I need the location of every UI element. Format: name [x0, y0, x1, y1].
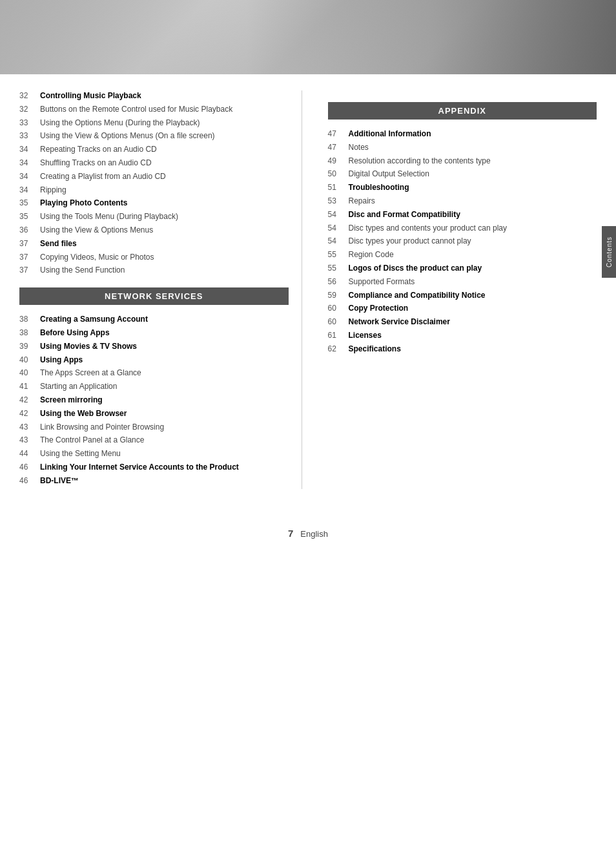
list-item: 53Repairs	[328, 196, 597, 207]
toc-page-number: 49	[328, 156, 349, 167]
toc-title: Digital Output Selection	[349, 169, 429, 180]
toc-page-number: 37	[19, 238, 40, 249]
list-item: 42Screen mirroring	[19, 395, 289, 406]
toc-page-number: 53	[328, 196, 349, 207]
toc-page-number: 34	[19, 185, 40, 196]
toc-title: Supported Formats	[349, 276, 415, 287]
toc-title: Using the Web Browser	[40, 408, 127, 419]
toc-title: Specifications	[349, 344, 401, 355]
toc-title: Using the Options Menu (During the Playb…	[40, 118, 200, 129]
list-item: 46BD-LIVE™	[19, 475, 289, 486]
toc-title: Playing Photo Contents	[40, 198, 127, 209]
toc-page-number: 60	[328, 317, 349, 328]
toc-title: Region Code	[349, 249, 394, 260]
toc-page-number: 47	[328, 142, 349, 153]
toc-page-number: 51	[328, 182, 349, 193]
language-label: English	[300, 529, 328, 539]
toc-title: Using the Setting Menu	[40, 448, 121, 459]
toc-page-number: 60	[328, 303, 349, 314]
toc-title: Notes	[349, 142, 369, 153]
toc-page-number: 43	[19, 435, 40, 446]
list-item: 38Before Using Apps	[19, 328, 289, 339]
toc-title: Controlling Music Playback	[40, 90, 141, 101]
list-item: 43Link Browsing and Pointer Browsing	[19, 422, 289, 433]
toc-page-number: 32	[19, 104, 40, 115]
toc-title: Disc and Format Compatibility	[349, 209, 460, 220]
toc-title: Licenses	[349, 330, 382, 341]
toc-page-number: 33	[19, 130, 40, 141]
list-item: 41Starting an Application	[19, 381, 289, 392]
toc-title: Send files	[40, 238, 77, 249]
toc-page-number: 32	[19, 90, 40, 101]
toc-title: Resolution according to the contents typ…	[349, 156, 491, 167]
list-item: 38Creating a Samsung Account	[19, 314, 289, 325]
toc-title: Using the Tools Menu (During Playback)	[40, 211, 178, 222]
list-item: 54Disc types and contents your product c…	[328, 223, 597, 234]
toc-title: Troubleshooting	[349, 182, 409, 193]
list-item: 47Additional Information	[328, 129, 597, 140]
toc-page-number: 34	[19, 144, 40, 155]
toc-page-number: 55	[328, 263, 349, 274]
toc-page-number: 61	[328, 330, 349, 341]
toc-title: Compliance and Compatibility Notice	[349, 290, 486, 301]
list-item: 55Region Code	[328, 249, 597, 260]
toc-page-number: 35	[19, 198, 40, 209]
list-item: 56Supported Formats	[328, 276, 597, 287]
page-footer: 7 English	[0, 515, 616, 548]
list-item: 55Logos of Discs the product can play	[328, 263, 597, 274]
toc-page-number: 34	[19, 158, 40, 169]
toc-page-number: 40	[19, 355, 40, 366]
list-item: 32Buttons on the Remote Control used for…	[19, 104, 289, 115]
list-item: 59Compliance and Compatibility Notice	[328, 290, 597, 301]
toc-title: Using the Send Function	[40, 265, 125, 276]
toc-title: Disc types your product cannot play	[349, 236, 471, 247]
list-item: 44Using the Setting Menu	[19, 448, 289, 459]
toc-group-network: 38Creating a Samsung Account38Before Usi…	[19, 314, 289, 486]
toc-page-number: 50	[328, 169, 349, 180]
toc-page-number: 54	[328, 209, 349, 220]
toc-page-number: 40	[19, 368, 40, 379]
toc-title: Shuffling Tracks on an Audio CD	[40, 158, 152, 169]
toc-group-music: 32Controlling Music Playback32Buttons on…	[19, 90, 289, 276]
list-item: 32Controlling Music Playback	[19, 90, 289, 101]
toc-title: Before Using Apps	[40, 328, 110, 339]
toc-page-number: 33	[19, 118, 40, 129]
toc-title: Using the View & Options Menus (On a fil…	[40, 130, 215, 141]
toc-title: Network Service Disclaimer	[349, 317, 450, 328]
list-item: 37Using the Send Function	[19, 265, 289, 276]
list-item: 60Copy Protection	[328, 303, 597, 314]
list-item: 62Specifications	[328, 344, 597, 355]
list-item: 47Notes	[328, 142, 597, 153]
toc-page-number: 41	[19, 381, 40, 392]
toc-page-number: 34	[19, 171, 40, 182]
toc-page-number: 38	[19, 328, 40, 339]
left-column: 32Controlling Music Playback32Buttons on…	[19, 90, 302, 489]
toc-page-number: 54	[328, 236, 349, 247]
toc-title: BD-LIVE™	[40, 475, 79, 486]
toc-page-number: 42	[19, 408, 40, 419]
network-services-header: NETWORK SERVICES	[19, 287, 289, 305]
list-item: 39Using Movies & TV Shows	[19, 341, 289, 352]
list-item: 33Using the Options Menu (During the Pla…	[19, 118, 289, 129]
toc-page-number: 35	[19, 211, 40, 222]
toc-page-number: 37	[19, 265, 40, 276]
toc-page-number: 46	[19, 462, 40, 473]
contents-tab: Contents	[602, 226, 616, 278]
toc-title: Copying Videos, Music or Photos	[40, 252, 154, 263]
toc-title: Ripping	[40, 185, 67, 196]
list-item: 35Using the Tools Menu (During Playback)	[19, 211, 289, 222]
toc-title: Logos of Discs the product can play	[349, 263, 482, 274]
toc-title: Repeating Tracks on an Audio CD	[40, 144, 157, 155]
list-item: 43The Control Panel at a Glance	[19, 435, 289, 446]
toc-page-number: 47	[328, 129, 349, 140]
appendix-header: APPENDIX	[328, 102, 597, 120]
list-item: 34Repeating Tracks on an Audio CD	[19, 144, 289, 155]
list-item: 34Shuffling Tracks on an Audio CD	[19, 158, 289, 169]
list-item: 40Using Apps	[19, 355, 289, 366]
list-item: 36Using the View & Options Menus	[19, 225, 289, 236]
toc-title: Additional Information	[349, 129, 431, 140]
list-item: 61Licenses	[328, 330, 597, 341]
list-item: 35Playing Photo Contents	[19, 198, 289, 209]
toc-page-number: 59	[328, 290, 349, 301]
list-item: 42Using the Web Browser	[19, 408, 289, 419]
